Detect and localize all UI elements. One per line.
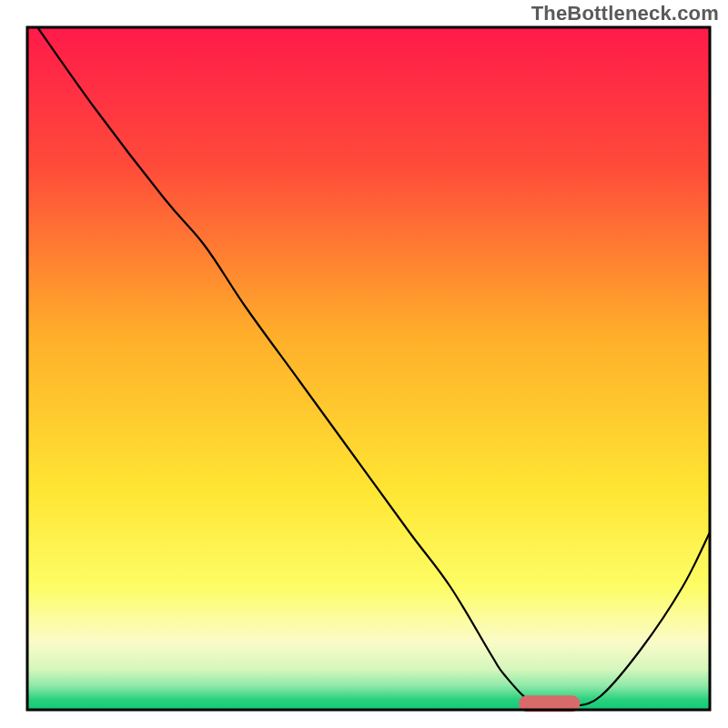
bottleneck-chart	[0, 0, 728, 728]
watermark-text: TheBottleneck.com	[531, 2, 719, 25]
plot-background	[27, 27, 710, 710]
chart-container: TheBottleneck.com	[0, 0, 728, 728]
